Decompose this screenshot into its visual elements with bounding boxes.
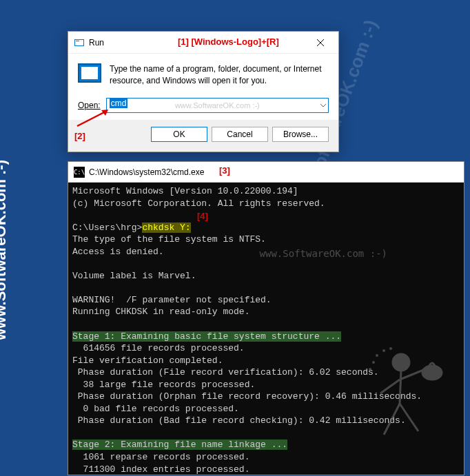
annotation-1: [1] [Windows-Logo]+[R]: [178, 37, 279, 47]
svg-line-11: [384, 404, 400, 435]
svg-point-16: [389, 347, 392, 350]
open-input-value: cmd: [110, 99, 128, 108]
cmd-icon: C:\: [74, 167, 85, 178]
close-icon: [317, 39, 324, 46]
run-program-icon: [78, 63, 101, 83]
run-icon: [74, 37, 85, 48]
browse-button[interactable]: Browse...: [272, 127, 329, 142]
svg-point-14: [376, 354, 378, 357]
watermark-cmd: www.SoftwareOK.com :-): [260, 248, 387, 259]
cmd-titlebar: C:\ C:\Windows\system32\cmd.exe: [68, 162, 464, 183]
annotation-4: [4]: [197, 211, 208, 221]
cmd-title: C:\Windows\system32\cmd.exe: [89, 167, 204, 177]
cancel-button[interactable]: Cancel: [212, 127, 268, 142]
svg-line-9: [380, 380, 400, 393]
svg-point-15: [382, 349, 385, 352]
run-description: Type the name of a program, folder, docu…: [110, 63, 329, 87]
arrow-annotation-icon: [74, 107, 112, 127]
svg-point-18: [369, 368, 371, 371]
svg-rect-2: [76, 41, 79, 41]
svg-line-5: [77, 111, 107, 126]
svg-point-17: [372, 361, 375, 364]
stick-figure-icon: [360, 345, 449, 448]
close-button[interactable]: [308, 33, 333, 52]
open-input[interactable]: cmd www.SoftwareOK.com :-): [106, 98, 329, 113]
svg-line-8: [400, 371, 401, 404]
svg-point-13: [422, 366, 442, 380]
annotation-3: [3]: [219, 165, 230, 176]
run-dialog: Run Type the name of a program, folder, …: [68, 31, 339, 152]
open-input-watermark: www.SoftwareOK.com :-): [175, 101, 260, 110]
svg-line-12: [400, 404, 418, 431]
ok-button[interactable]: OK: [151, 127, 207, 142]
watermark-left: www.SoftwareOK.com :-): [0, 160, 10, 340]
svg-point-7: [393, 354, 409, 371]
annotation-2: [2]: [74, 131, 85, 141]
chevron-down-icon[interactable]: [320, 100, 327, 111]
